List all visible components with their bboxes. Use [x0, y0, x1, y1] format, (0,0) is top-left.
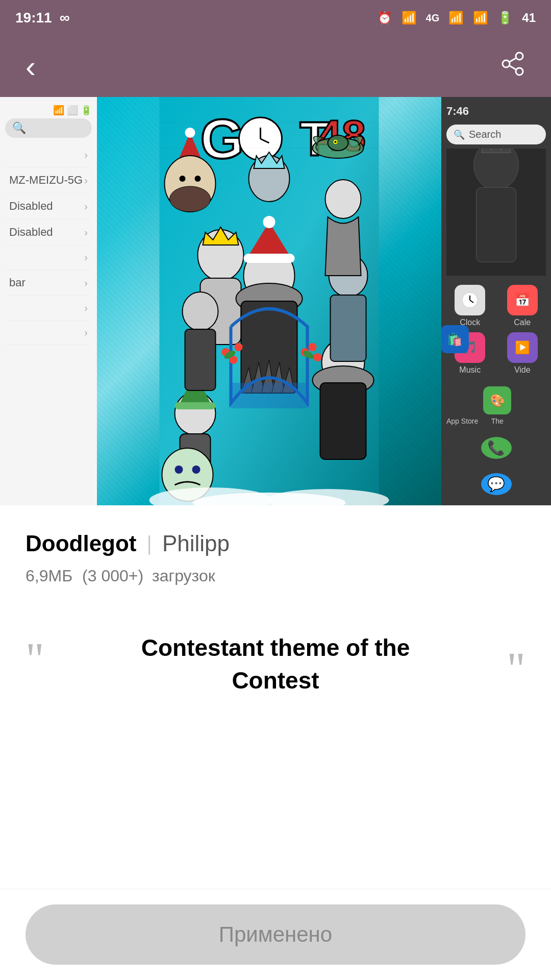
svg-rect-41	[175, 402, 216, 409]
left-menu-item-4[interactable]: ›	[5, 246, 92, 270]
infinity-icon: ∞	[60, 10, 70, 26]
right-quote-mark: "	[507, 646, 525, 692]
back-button[interactable]: ‹	[26, 49, 36, 84]
svg-point-61	[309, 343, 317, 351]
chevron-right-icon-5: ›	[84, 252, 88, 263]
left-menu-item-meizu[interactable]: MZ-MEIZU-5G ›	[5, 167, 92, 193]
svg-point-17	[170, 186, 211, 212]
app-store-icon: 🛍️	[441, 325, 469, 353]
svg-point-52	[175, 465, 183, 474]
chevron-right-icon: ›	[84, 149, 88, 161]
battery-icon: 🔋	[497, 11, 513, 25]
svg-point-15	[185, 128, 195, 138]
right-clock-app[interactable]: Clock	[446, 285, 494, 327]
search-icon: 🔍	[12, 121, 26, 135]
svg-line-4	[510, 66, 516, 69]
right-calendar-app[interactable]: 📅 Cale	[499, 285, 546, 327]
svg-rect-36	[244, 254, 295, 263]
signal-bars-icon: 📶	[448, 11, 464, 25]
signal-bars-2-icon: 📶	[473, 11, 488, 25]
left-quote-mark: "	[26, 636, 44, 682]
doodle-art-image: Go T 48	[97, 97, 441, 505]
signal-4g-icon: 4G	[426, 12, 440, 24]
left-menu-item-disabled-2[interactable]: Disabled ›	[5, 219, 92, 246]
content-area: Doodlegot | Philipp 6,9МБ (3 000+) загру…	[0, 505, 551, 733]
theme-author: Philipp	[162, 531, 230, 556]
clock-status-icon: ⏰	[377, 11, 392, 25]
bottom-app-row: 🛍️ App Store 🎨 The	[446, 384, 546, 428]
left-menu-item-6[interactable]: ›	[5, 296, 92, 321]
chevron-right-icon-7: ›	[84, 302, 88, 314]
quote-line-2: Contest	[232, 667, 319, 694]
status-right: ⏰ 📶 4G 📶 📶 🔋 41	[377, 11, 536, 25]
svg-point-62	[314, 353, 322, 361]
status-left: 19:11 ∞	[15, 10, 70, 26]
svg-rect-45	[320, 383, 366, 459]
calendar-app-icon: 📅	[507, 285, 538, 315]
gallery-center-image: Go T 48	[97, 97, 441, 505]
footer-spacer	[0, 733, 551, 815]
left-menu-item-disabled-1[interactable]: Disabled ›	[5, 193, 92, 219]
time-display: 19:11	[15, 10, 52, 26]
right-search-icon: 🔍	[454, 129, 465, 140]
theme-item[interactable]: 🎨 The	[483, 386, 511, 425]
clock-app-icon	[455, 285, 485, 315]
svg-point-23	[335, 141, 337, 143]
gallery-container: 📶 ⬜ 🔋 🔍 › MZ-MEIZU-5G › Disabled ›	[0, 97, 551, 505]
gallery-left-panel: 📶 ⬜ 🔋 🔍 › MZ-MEIZU-5G › Disabled ›	[0, 97, 97, 505]
svg-point-50	[325, 180, 361, 218]
svg-point-37	[263, 216, 276, 228]
svg-point-18	[180, 176, 186, 182]
svg-point-58	[235, 343, 243, 351]
svg-point-2	[516, 68, 523, 75]
music-app-label: Music	[459, 365, 481, 375]
theme-name: Doodlegot	[26, 531, 137, 556]
left-search-bar[interactable]: 🔍	[5, 118, 92, 138]
apply-bar: Применено	[0, 889, 551, 980]
theme-info-row: Doodlegot | Philipp	[26, 531, 525, 556]
chevron-right-icon-6: ›	[84, 277, 88, 289]
chevron-right-icon-4: ›	[84, 227, 88, 238]
phone-icon: 📞	[487, 439, 505, 456]
menu-item-meizu-label: MZ-MEIZU-5G	[9, 174, 83, 187]
blue-icon: 💬	[487, 476, 505, 493]
downloads-count: (3 000+)	[82, 567, 143, 585]
apply-button[interactable]: Применено	[26, 904, 525, 965]
chevron-right-icon-2: ›	[84, 175, 88, 186]
svg-rect-47	[185, 329, 216, 390]
svg-line-3	[510, 58, 516, 62]
svg-rect-34	[231, 383, 308, 408]
svg-point-46	[183, 292, 218, 331]
wifi-icon: 📶	[402, 11, 417, 25]
right-search-bar[interactable]: 🔍 Search	[446, 125, 546, 144]
left-menu-item-1[interactable]: ›	[5, 143, 92, 167]
right-character-svg	[446, 149, 546, 276]
nav-bar: ‹	[0, 36, 551, 97]
chevron-right-icon-8: ›	[84, 327, 88, 338]
theme-label: The	[491, 417, 504, 425]
share-button[interactable]	[500, 51, 525, 82]
app-store-item[interactable]: 🛍️ App Store	[446, 386, 478, 425]
gallery-right-panel: 7:46 🔍 Search	[441, 97, 551, 505]
svg-rect-49	[331, 295, 366, 361]
calendar-app-label: Cale	[514, 318, 531, 327]
battery-level: 41	[522, 11, 536, 25]
right-video-app[interactable]: ▶️ Vide	[499, 332, 546, 375]
quote-line-1: Contestant theme of the	[141, 634, 410, 661]
svg-point-53	[192, 465, 201, 474]
status-bar: 19:11 ∞ ⏰ 📶 4G 📶 📶 🔋 41	[0, 0, 551, 36]
right-panel-inner: 7:46 🔍 Search	[441, 97, 551, 505]
blue-action-button[interactable]: 💬	[481, 473, 512, 495]
right-search-label: Search	[469, 129, 501, 140]
video-app-icon: ▶️	[507, 332, 538, 363]
file-size: 6,9МБ	[26, 567, 72, 585]
svg-point-1	[503, 60, 510, 67]
left-menu-item-7[interactable]: ›	[5, 321, 92, 345]
theme-separator: |	[147, 532, 152, 555]
menu-item-disabled-2-label: Disabled	[9, 226, 53, 239]
left-wifi-icon: 📶	[53, 105, 64, 116]
phone-button[interactable]: 📞	[481, 437, 512, 459]
right-time: 7:46	[446, 102, 546, 120]
svg-point-0	[516, 53, 523, 60]
left-menu-item-bar[interactable]: bar ›	[5, 270, 92, 296]
